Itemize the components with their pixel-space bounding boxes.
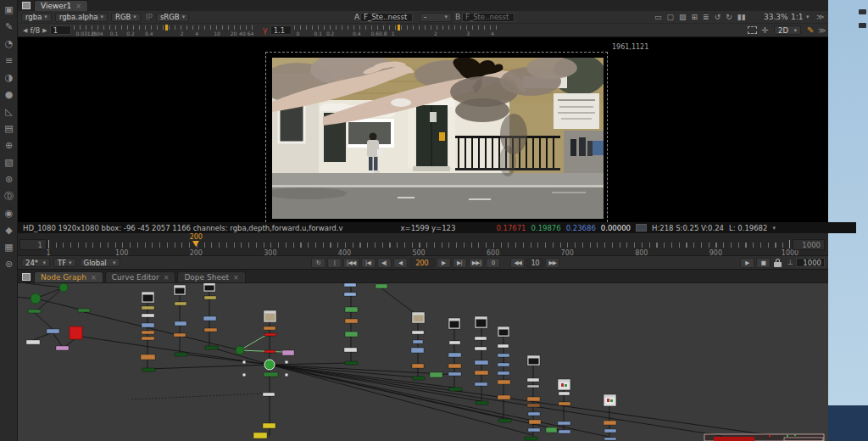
graph-node[interactable] — [28, 310, 41, 313]
graph-node[interactable] — [528, 412, 540, 416]
slider-handle[interactable] — [165, 25, 168, 31]
3d-icon[interactable]: ▧ — [0, 155, 18, 170]
graph-node[interactable] — [26, 340, 40, 344]
graph-node[interactable] — [264, 350, 275, 353]
ab-blend-select[interactable]: -▾ — [420, 13, 452, 22]
graph-node[interactable] — [141, 354, 155, 360]
tracker-icon[interactable]: ✛ — [761, 25, 768, 35]
graph-node[interactable] — [142, 331, 154, 334]
lock-icon[interactable] — [774, 259, 782, 267]
close-icon[interactable]: × — [91, 274, 97, 282]
play-backward-button[interactable]: ◀ — [393, 258, 408, 268]
graph-node[interactable] — [475, 382, 487, 386]
refresh-icon[interactable]: ↺ — [715, 13, 721, 21]
channel-icon[interactable]: ≡ — [0, 53, 18, 68]
step-forward-button[interactable]: ▶| — [453, 258, 467, 268]
filter-icon[interactable]: ● — [0, 87, 18, 102]
overflow-chevrons-icon[interactable]: ≫ — [816, 13, 824, 21]
node-graph-canvas[interactable] — [18, 283, 828, 441]
playhead[interactable] — [192, 241, 199, 247]
prev-keyframe-button[interactable]: |◀ — [361, 258, 376, 268]
particles-icon[interactable]: ⊛ — [0, 172, 18, 187]
pause-icon[interactable]: ▮▮ — [737, 13, 746, 21]
graph-node[interactable] — [498, 419, 511, 422]
global-end-field[interactable]: 1000 — [796, 258, 825, 267]
graph-node[interactable] — [345, 307, 358, 312]
other-icon[interactable]: ⊚ — [0, 257, 18, 271]
update-icon[interactable]: ↻ — [726, 13, 732, 21]
graph-node[interactable] — [175, 321, 186, 326]
chevron-down-icon[interactable]: ▾ — [806, 14, 810, 20]
views-icon[interactable]: ◉ — [0, 206, 18, 220]
graph-node[interactable] — [253, 433, 267, 438]
transform-icon[interactable]: ⊕ — [0, 138, 18, 153]
tab-node-graph[interactable]: Node Graph × — [34, 271, 103, 282]
node-graph-panel[interactable] — [18, 283, 828, 441]
graph-node[interactable] — [448, 364, 461, 368]
graph-node[interactable] — [559, 430, 570, 433]
graph-dot-node[interactable] — [236, 346, 244, 354]
loop-button[interactable]: ↻ — [311, 258, 326, 268]
selection-handle[interactable] — [243, 361, 246, 364]
selection-handle[interactable] — [243, 374, 246, 377]
snap-range-icon[interactable]: ⊥ — [787, 259, 793, 266]
input-b-field[interactable]: F_Ste..nesst — [462, 13, 515, 22]
graph-node[interactable] — [263, 393, 275, 396]
channel-select[interactable]: rgba▾ — [21, 13, 52, 22]
graph-node[interactable] — [498, 371, 509, 375]
time-icon[interactable]: ◔ — [0, 36, 18, 51]
decrement-button[interactable]: ◀◀ — [510, 258, 525, 268]
selection-handle[interactable] — [286, 374, 288, 377]
graph-node[interactable] — [174, 333, 186, 337]
graph-node[interactable] — [263, 423, 275, 428]
graph-node[interactable] — [412, 331, 424, 334]
slider-handle[interactable] — [398, 25, 400, 31]
close-icon[interactable]: × — [164, 274, 170, 282]
viewer-image[interactable] — [272, 58, 604, 219]
graph-node[interactable] — [204, 296, 216, 299]
graph-node[interactable] — [475, 347, 487, 350]
graph-node[interactable] — [413, 377, 425, 380]
graph-node[interactable] — [527, 404, 540, 407]
graph-node[interactable] — [376, 284, 387, 288]
graph-node[interactable] — [264, 333, 276, 336]
input-process-toggle[interactable]: IP — [146, 13, 153, 21]
deep-icon[interactable]: Ⓓ — [0, 189, 18, 204]
increment-field[interactable]: 10 — [526, 258, 543, 268]
graph-node[interactable] — [264, 327, 275, 330]
graph-node[interactable] — [558, 421, 570, 425]
graph-node[interactable] — [282, 350, 294, 355]
colorspace-select[interactable]: sRGB▾ — [156, 13, 189, 22]
timeline-filter-select[interactable]: TF▾ — [53, 258, 76, 267]
graph-node[interactable] — [529, 420, 541, 424]
graph-node[interactable] — [430, 372, 442, 377]
graph-dot-node[interactable] — [59, 283, 68, 292]
view-mode-select[interactable]: 2D▾ — [774, 25, 801, 35]
close-icon[interactable]: × — [233, 274, 239, 282]
graph-node[interactable] — [142, 306, 154, 310]
goto-end-button[interactable]: ▶▶| — [469, 258, 485, 268]
graph-node[interactable] — [412, 364, 424, 368]
annotate-pencil-icon[interactable]: ✎ — [807, 25, 814, 35]
merge-icon[interactable]: ▤ — [0, 121, 18, 136]
graph-node[interactable] — [78, 309, 90, 312]
graph-node[interactable] — [475, 337, 487, 340]
graph-node[interactable] — [204, 328, 217, 332]
graph-node[interactable] — [344, 283, 356, 287]
step-back-button[interactable]: ◀| — [377, 258, 392, 268]
graph-node[interactable] — [175, 353, 187, 356]
graph-node[interactable] — [449, 341, 460, 344]
bounce-button[interactable]: | — [327, 258, 342, 268]
graph-node[interactable] — [142, 314, 154, 317]
graph-node[interactable] — [475, 360, 488, 365]
graph-node[interactable] — [498, 395, 510, 399]
goto-start-button[interactable]: |◀◀ — [343, 258, 359, 268]
graph-node[interactable] — [345, 361, 358, 365]
play-forward-button[interactable]: ▶ — [437, 258, 451, 268]
pane-menu-icon[interactable] — [22, 2, 31, 9]
graph-node[interactable] — [448, 372, 461, 376]
graph-node[interactable] — [527, 397, 540, 401]
zero-button[interactable]: 0 — [486, 258, 500, 268]
overflow-chevrons-icon[interactable]: ≫ — [818, 26, 826, 35]
pixel-aspect[interactable]: 1:1 — [791, 13, 803, 21]
